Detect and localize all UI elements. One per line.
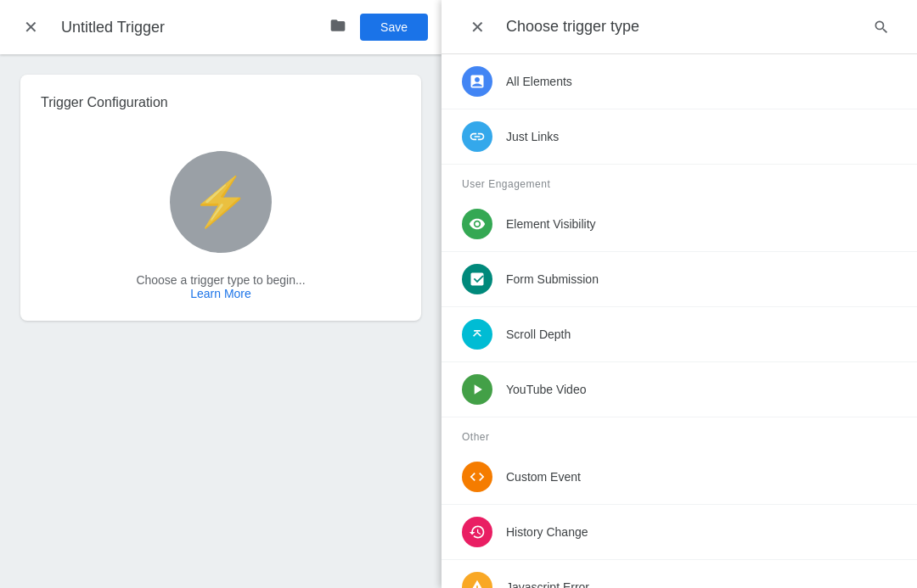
all-elements-label: All Elements	[506, 75, 897, 88]
trigger-config-card: Trigger Configuration ⚡ Choose a trigger…	[20, 75, 421, 321]
trigger-item-javascript-error[interactable]: Javascript Error	[442, 560, 917, 588]
custom-event-label: Custom Event	[506, 470, 897, 484]
all-elements-icon	[462, 66, 492, 97]
trigger-item-element-visibility[interactable]: Element Visibility	[442, 197, 917, 252]
scroll-depth-icon	[462, 319, 492, 350]
trigger-item-just-links[interactable]: Just Links	[442, 109, 917, 165]
just-links-icon	[462, 121, 492, 152]
trigger-item-history-change[interactable]: History Change	[442, 505, 917, 560]
trigger-item-all-elements[interactable]: All Elements	[442, 54, 917, 109]
panel-close-button[interactable]: ✕	[462, 12, 492, 42]
trigger-item-scroll-depth[interactable]: Scroll Depth	[442, 307, 917, 362]
other-section-label: Other	[442, 417, 917, 450]
javascript-error-label: Javascript Error	[506, 580, 897, 588]
top-bar: ✕ Untitled Trigger Save	[0, 0, 442, 54]
page-title: Untitled Trigger	[61, 19, 316, 36]
card-title: Trigger Configuration	[41, 95, 168, 110]
panel-content: All Elements Just Links User Engagement …	[442, 54, 917, 588]
learn-more-link[interactable]: Learn More	[190, 287, 251, 300]
youtube-video-label: YouTube Video	[506, 383, 897, 396]
element-visibility-icon	[462, 209, 492, 239]
scroll-depth-label: Scroll Depth	[506, 328, 897, 341]
trigger-item-form-submission[interactable]: Form Submission	[442, 252, 917, 307]
form-submission-label: Form Submission	[506, 272, 897, 286]
history-change-label: History Change	[506, 525, 897, 539]
history-change-icon	[462, 517, 492, 547]
save-button[interactable]: Save	[360, 14, 428, 41]
trigger-item-youtube-video[interactable]: YouTube Video	[442, 362, 917, 417]
placeholder-icon: ⚡	[191, 174, 250, 230]
panel-title: Choose trigger type	[506, 18, 866, 36]
trigger-item-custom-event[interactable]: Custom Event	[442, 450, 917, 505]
side-panel: ✕ Choose trigger type All Elements Just …	[442, 0, 917, 588]
choose-text: Choose a trigger type to begin... Learn …	[136, 273, 305, 300]
folder-icon[interactable]	[329, 17, 346, 38]
custom-event-icon	[462, 462, 492, 492]
user-engagement-section-label: User Engagement	[442, 165, 917, 197]
form-submission-icon	[462, 264, 492, 294]
main-area: ✕ Untitled Trigger Save Trigger Configur…	[0, 0, 442, 588]
panel-search-button[interactable]	[866, 12, 897, 42]
panel-header: ✕ Choose trigger type	[442, 0, 917, 54]
javascript-error-icon	[462, 572, 492, 588]
placeholder-circle: ⚡	[170, 151, 272, 253]
close-button[interactable]: ✕	[14, 10, 48, 44]
element-visibility-label: Element Visibility	[506, 217, 897, 231]
just-links-label: Just Links	[506, 130, 897, 143]
youtube-video-icon	[462, 374, 492, 405]
